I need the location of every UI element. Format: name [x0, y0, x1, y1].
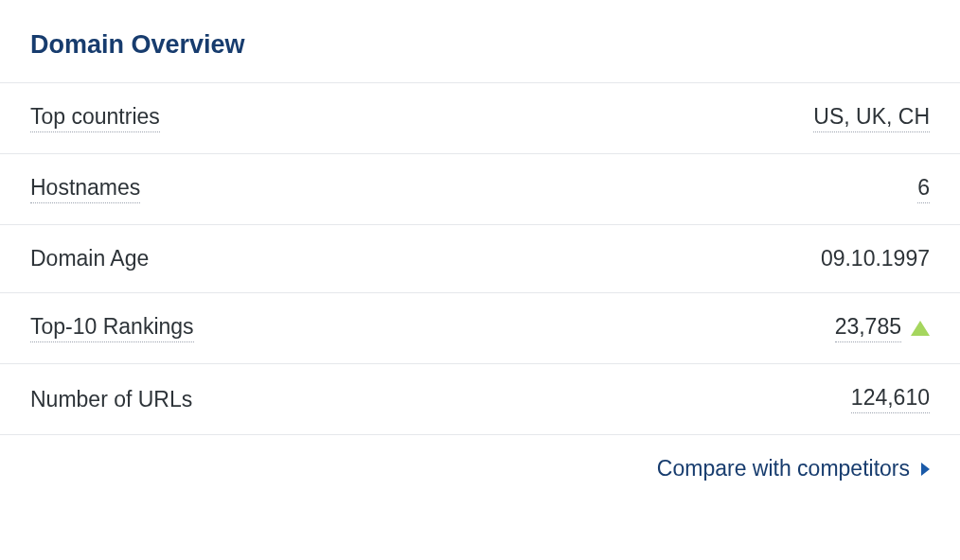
panel-header: Domain Overview — [0, 0, 960, 82]
stat-value: US, UK, CH — [813, 104, 930, 132]
domain-overview-panel: Domain Overview Top countriesUS, UK, CHH… — [0, 0, 960, 502]
stat-label: Hostnames — [30, 175, 140, 203]
stat-value: 09.10.1997 — [821, 246, 930, 271]
panel-title: Domain Overview — [30, 30, 930, 60]
stat-row: Domain Age09.10.1997 — [0, 224, 960, 292]
stat-value: 23,785 — [835, 314, 901, 342]
stat-label: Domain Age — [30, 246, 149, 271]
stat-row: Hostnames6 — [0, 153, 960, 224]
compare-link-label: Compare with competitors — [657, 456, 910, 481]
stat-value-wrapper: 124,610 — [851, 385, 930, 413]
stat-value-wrapper: 09.10.1997 — [821, 246, 930, 271]
chevron-right-icon — [921, 463, 930, 476]
stat-row: Top countriesUS, UK, CH — [0, 82, 960, 153]
stat-value-wrapper: 6 — [917, 175, 930, 203]
stat-row: Top-10 Rankings23,785 — [0, 292, 960, 363]
stat-label: Number of URLs — [30, 387, 192, 412]
compare-competitors-link[interactable]: Compare with competitors — [657, 456, 930, 481]
stat-value-wrapper: 23,785 — [835, 314, 930, 342]
stat-value-wrapper: US, UK, CH — [813, 104, 930, 132]
stat-value: 124,610 — [851, 385, 930, 413]
trend-up-icon — [911, 321, 930, 336]
footer-row: Compare with competitors — [0, 434, 960, 502]
stat-row: Number of URLs124,610 — [0, 363, 960, 434]
stat-label: Top-10 Rankings — [30, 314, 194, 342]
stat-label: Top countries — [30, 104, 160, 132]
stat-value: 6 — [917, 175, 930, 203]
